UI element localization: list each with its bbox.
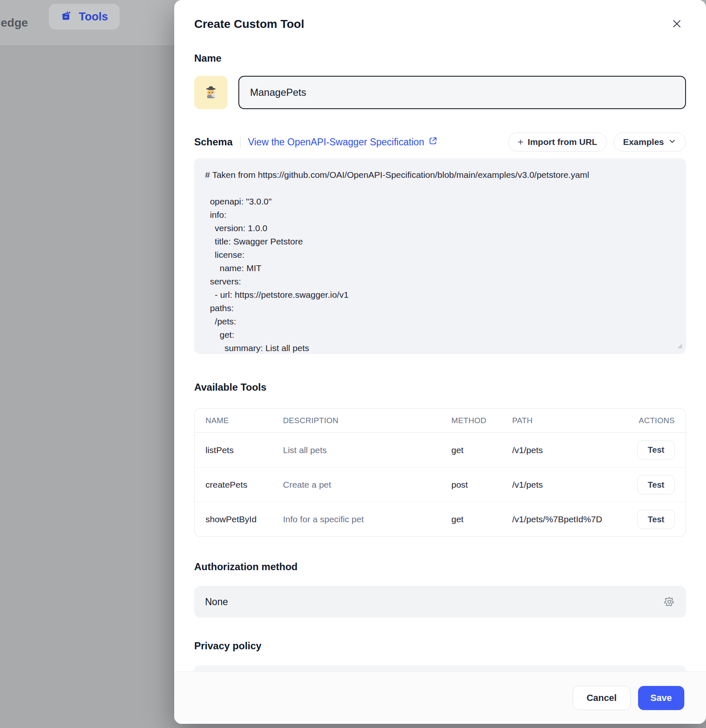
test-button[interactable]: Test <box>637 510 675 529</box>
modal-header: Create Custom Tool <box>174 0 706 32</box>
close-button[interactable] <box>669 17 684 32</box>
schema-editor-container: # Taken from https://github.com/OAI/Open… <box>194 158 686 354</box>
tools-icon <box>60 10 73 24</box>
available-tools-heading: Available Tools <box>194 381 686 394</box>
authorization-heading: Authorization method <box>194 560 686 573</box>
table-header-row: NAME DESCRIPTION METHOD PATH ACTIONS <box>195 409 686 433</box>
create-custom-tool-modal: Create Custom Tool Name <box>174 0 706 724</box>
tab-tools-label: Tools <box>79 10 108 23</box>
tool-path: /v1/pets <box>512 480 635 490</box>
modal-body: Name <box>174 32 706 671</box>
tool-description: Info for a specific pet <box>283 514 451 524</box>
save-button[interactable]: Save <box>638 686 684 710</box>
openapi-spec-link-label: View the OpenAPI-Swagger Specification <box>248 137 424 148</box>
available-tools-table: NAME DESCRIPTION METHOD PATH ACTIONS lis… <box>194 408 686 537</box>
chevron-down-icon <box>668 137 676 147</box>
examples-dropdown-button[interactable]: Examples <box>613 132 686 152</box>
tab-tools[interactable]: Tools <box>49 4 120 30</box>
import-from-url-label: Import from URL <box>528 137 597 147</box>
modal-title: Create Custom Tool <box>194 16 686 32</box>
resize-handle[interactable] <box>676 342 683 351</box>
column-header-actions: ACTIONS <box>635 416 675 425</box>
column-header-description: DESCRIPTION <box>283 416 451 425</box>
column-header-name: NAME <box>205 416 283 425</box>
name-label: Name <box>194 52 686 65</box>
nav-item-knowledge-partial[interactable]: ledge <box>0 16 31 30</box>
authorization-method-field[interactable]: None <box>194 586 686 618</box>
tool-name: showPetById <box>205 514 283 524</box>
external-link-icon <box>428 136 438 148</box>
cancel-button[interactable]: Cancel <box>573 686 630 710</box>
tool-method: post <box>451 480 512 490</box>
emoji-picker-button[interactable] <box>194 76 228 109</box>
divider <box>240 137 240 147</box>
table-row: listPets List all pets get /v1/pets Test <box>195 433 686 467</box>
tool-name: createPets <box>205 480 283 490</box>
schema-actions: + Import from URL Examples <box>508 132 686 152</box>
test-button[interactable]: Test <box>637 475 675 494</box>
column-header-path: PATH <box>512 416 635 425</box>
openapi-spec-link[interactable]: View the OpenAPI-Swagger Specification <box>248 136 438 148</box>
table-row: showPetById Info for a specific pet get … <box>195 502 686 536</box>
name-input[interactable] <box>238 76 686 109</box>
test-button[interactable]: Test <box>637 441 675 460</box>
schema-row: Schema View the OpenAPI-Swagger Specific… <box>194 132 686 152</box>
tool-method: get <box>451 514 512 524</box>
privacy-policy-heading: Privacy policy <box>194 639 686 653</box>
authorization-method-value: None <box>205 596 228 608</box>
modal-footer: Cancel Save <box>174 671 706 724</box>
tool-description: Create a pet <box>283 480 451 490</box>
import-from-url-button[interactable]: + Import from URL <box>508 132 607 152</box>
tool-path: /v1/pets <box>512 445 635 455</box>
name-row <box>194 76 686 109</box>
tool-name: listPets <box>205 445 283 455</box>
close-icon <box>671 18 682 30</box>
plus-icon: + <box>518 137 523 147</box>
tool-description: List all pets <box>283 445 451 455</box>
table-row: createPets Create a pet post /v1/pets Te… <box>195 467 686 502</box>
detective-emoji-icon <box>202 83 220 102</box>
column-header-method: METHOD <box>451 416 512 425</box>
schema-textarea[interactable]: # Taken from https://github.com/OAI/Open… <box>194 158 686 354</box>
tool-path: /v1/pets/%7BpetId%7D <box>512 514 635 524</box>
examples-label: Examples <box>623 137 664 147</box>
schema-label: Schema <box>194 135 233 149</box>
tool-method: get <box>451 445 512 455</box>
gear-icon[interactable] <box>663 596 675 608</box>
privacy-policy-input-partial[interactable] <box>194 665 686 671</box>
